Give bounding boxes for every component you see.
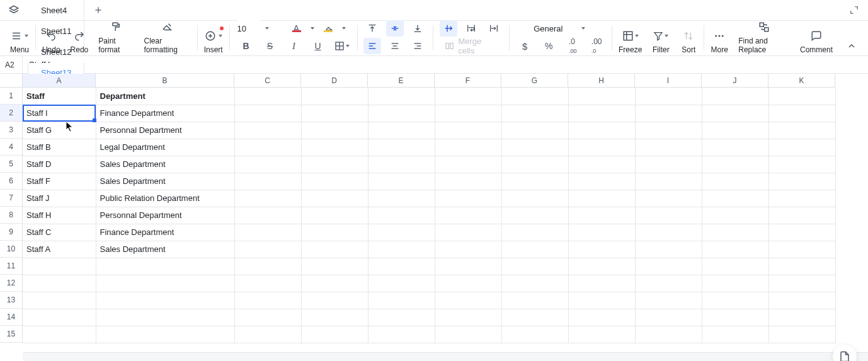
cell[interactable]: Staff C (23, 224, 96, 241)
cell[interactable] (435, 207, 501, 224)
cell[interactable] (23, 309, 96, 326)
cell[interactable] (635, 122, 702, 139)
font-size-dropdown[interactable] (265, 27, 269, 30)
collapse-toolbar-button[interactable] (843, 38, 860, 54)
fill-color-dropdown[interactable] (342, 27, 346, 30)
cell[interactable] (768, 156, 835, 173)
column-header[interactable]: K (768, 74, 835, 88)
font-size-input[interactable] (237, 20, 260, 37)
filter-button[interactable] (652, 28, 670, 44)
italic-button[interactable]: I (285, 38, 303, 54)
valign-bottom-button[interactable] (409, 20, 426, 37)
cell[interactable] (568, 292, 635, 309)
wrap-clip-button[interactable] (485, 20, 503, 37)
cell[interactable] (768, 326, 835, 343)
cell[interactable]: Sales Department (96, 173, 234, 190)
cell[interactable]: Personnal Department (96, 122, 234, 139)
cell[interactable] (635, 190, 702, 207)
cell[interactable]: Staff H (23, 207, 96, 224)
cell[interactable] (234, 309, 301, 326)
undo-button[interactable] (42, 28, 60, 44)
cell[interactable] (568, 309, 635, 326)
cell[interactable] (301, 258, 368, 275)
cell[interactable] (435, 139, 501, 156)
row-header[interactable]: 5 (0, 156, 23, 173)
cell[interactable] (768, 139, 835, 156)
cell[interactable] (234, 224, 301, 241)
cell[interactable] (702, 275, 768, 292)
cell[interactable] (568, 122, 635, 139)
cell[interactable] (435, 224, 501, 241)
cell[interactable] (234, 139, 301, 156)
cell[interactable] (768, 275, 835, 292)
cell[interactable] (301, 105, 368, 122)
cell[interactable] (368, 292, 435, 309)
sheets-list-button[interactable] (5, 1, 23, 19)
cell[interactable] (702, 190, 768, 207)
cell[interactable] (23, 258, 96, 275)
cell[interactable]: Finance Department (96, 105, 234, 122)
comment-button[interactable] (808, 28, 825, 44)
cell[interactable] (768, 173, 835, 190)
cell[interactable]: Staff G (23, 122, 96, 139)
cell[interactable] (702, 224, 768, 241)
column-header[interactable]: G (501, 74, 568, 88)
cell[interactable] (23, 275, 96, 292)
cell[interactable]: Personnal Department (96, 207, 234, 224)
cell[interactable] (768, 258, 835, 275)
cell[interactable]: Staff F (23, 173, 96, 190)
cell[interactable]: Staff J (23, 190, 96, 207)
cell[interactable] (368, 156, 435, 173)
cell[interactable] (635, 207, 702, 224)
cell[interactable] (768, 292, 835, 309)
cell[interactable] (702, 207, 768, 224)
cell[interactable] (501, 275, 568, 292)
cell[interactable] (368, 275, 435, 292)
cell[interactable]: Staff A (23, 241, 96, 258)
cell[interactable] (635, 105, 702, 122)
cell[interactable] (768, 241, 835, 258)
cell[interactable] (368, 258, 435, 275)
valign-middle-button[interactable] (386, 20, 404, 37)
cell[interactable] (368, 326, 435, 343)
cell[interactable] (702, 173, 768, 190)
cell[interactable] (702, 105, 768, 122)
insert-button[interactable] (205, 28, 222, 44)
cell[interactable] (501, 190, 568, 207)
cell[interactable] (568, 173, 635, 190)
cell[interactable] (702, 326, 768, 343)
row-header[interactable]: 4 (0, 139, 23, 156)
row-header[interactable]: 14 (0, 309, 23, 326)
underline-button[interactable]: U (309, 38, 327, 54)
percent-button[interactable]: % (540, 38, 557, 54)
cell[interactable] (768, 190, 835, 207)
wrap-wrap-button[interactable] (462, 20, 480, 37)
freeze-button[interactable] (622, 28, 639, 44)
cell[interactable] (234, 105, 301, 122)
cell[interactable] (368, 190, 435, 207)
cell[interactable] (768, 88, 835, 105)
cell[interactable] (234, 88, 301, 105)
bold-button[interactable]: B (237, 38, 255, 54)
clear-format-button[interactable] (159, 19, 176, 35)
cell[interactable] (96, 258, 234, 275)
column-header[interactable]: C (234, 74, 301, 88)
cell[interactable] (568, 190, 635, 207)
cell[interactable] (702, 241, 768, 258)
cell[interactable]: Sales Department (96, 241, 234, 258)
cell[interactable] (234, 275, 301, 292)
cell[interactable] (501, 122, 568, 139)
cell[interactable] (702, 309, 768, 326)
cell[interactable] (501, 207, 568, 224)
row-header[interactable]: 13 (0, 292, 23, 309)
cell[interactable] (301, 207, 368, 224)
cell[interactable]: Staff I (23, 105, 96, 122)
cell[interactable] (301, 88, 368, 105)
cell[interactable] (435, 105, 501, 122)
cell[interactable] (568, 241, 635, 258)
cell[interactable] (435, 88, 501, 105)
row-header[interactable]: 6 (0, 173, 23, 190)
menu-button[interactable] (11, 28, 28, 44)
decrease-decimal-button[interactable]: .0.00 (564, 38, 581, 54)
add-sheet-button[interactable] (88, 0, 108, 21)
